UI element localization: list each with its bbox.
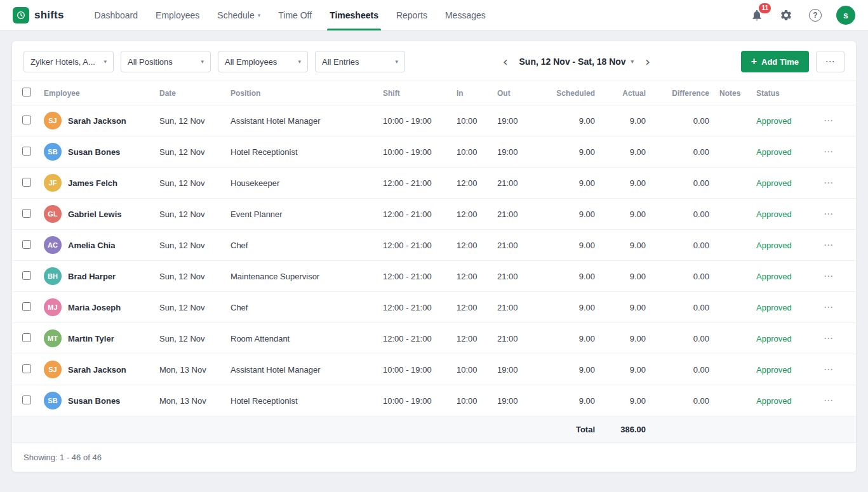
row-actions-button[interactable]: ⋯ [824, 115, 834, 126]
table-row[interactable]: SBSusan BonesSun, 12 NovHotel Receptioni… [12, 136, 857, 168]
chevron-down-icon: ▾ [103, 58, 107, 65]
location-filter[interactable]: Zylker Hotels, A... ▾ [23, 51, 114, 72]
row-checkbox[interactable] [22, 271, 31, 280]
employee-name: Brad Harper [68, 272, 116, 281]
date-range-label: Sun, 12 Nov - Sat, 18 Nov [519, 57, 626, 67]
column-header-date[interactable]: Date [154, 81, 225, 105]
column-header-position[interactable]: Position [225, 81, 378, 105]
nav-item-timesheets[interactable]: Timesheets [321, 0, 387, 30]
date-range-selector[interactable]: Sun, 12 Nov - Sat, 18 Nov ▾ [519, 57, 634, 67]
row-actions-button[interactable]: ⋯ [824, 146, 834, 157]
row-actions-button[interactable]: ⋯ [824, 364, 834, 375]
column-header-actual[interactable]: Actual [600, 81, 651, 105]
table-row[interactable]: BHBrad HarperSun, 12 NovMaintenance Supe… [12, 261, 857, 292]
table-row[interactable]: ACAmelia ChiaSun, 12 NovChef12:00 - 21:0… [12, 230, 857, 261]
total-value: 386.00 [600, 416, 651, 443]
shift-cell: 12:00 - 21:00 [378, 168, 451, 199]
employees-filter[interactable]: All Employees ▾ [218, 51, 308, 72]
column-header-actions [818, 81, 857, 105]
nav-right-icons: 11 ? s [749, 6, 855, 25]
row-checkbox[interactable] [22, 396, 31, 404]
avatar: MT [44, 329, 62, 347]
top-nav: shifts DashboardEmployeesSchedule▾Time O… [0, 0, 868, 30]
help-button[interactable]: ? [807, 7, 824, 23]
prev-week-button[interactable]: ‹ [499, 55, 512, 69]
table-row[interactable]: SBSusan BonesMon, 13 NovHotel Receptioni… [12, 385, 857, 416]
table-header-row: EmployeeDatePositionShiftInOutScheduledA… [12, 81, 857, 105]
select-all-checkbox[interactable] [22, 88, 31, 96]
table-row[interactable]: JFJames FelchSun, 12 NovHousekeeper12:00… [12, 168, 857, 199]
row-checkbox[interactable] [22, 240, 31, 249]
employees-filter-value: All Employees [225, 57, 277, 67]
table-row[interactable]: SJSarah JacksonSun, 12 NovAssistant Hote… [12, 105, 857, 136]
difference-cell: 0.00 [651, 261, 714, 292]
total-label: Total [542, 416, 600, 443]
row-checkbox[interactable] [22, 333, 31, 342]
row-actions-button[interactable]: ⋯ [824, 239, 834, 251]
column-header-employee[interactable]: Employee [39, 81, 154, 105]
column-header-shift[interactable]: Shift [378, 81, 451, 105]
total-empty-cell [451, 416, 492, 443]
actual-cell: 9.00 [600, 354, 651, 385]
date-cell: Sun, 12 Nov [154, 136, 225, 168]
next-week-button[interactable]: › [641, 55, 654, 69]
row-actions-button[interactable]: ⋯ [824, 270, 834, 282]
add-time-button[interactable]: + Add Time [741, 51, 809, 72]
actual-cell: 9.00 [600, 136, 651, 168]
row-checkbox[interactable] [22, 364, 31, 373]
nav-item-reports[interactable]: Reports [387, 0, 436, 30]
row-actions-button[interactable]: ⋯ [824, 333, 834, 344]
row-actions-button[interactable]: ⋯ [824, 177, 834, 189]
column-header-notes[interactable]: Notes [714, 81, 751, 105]
brand-logo[interactable]: shifts [13, 7, 64, 23]
column-header-out[interactable]: Out [492, 81, 542, 105]
column-header-status[interactable]: Status [751, 81, 818, 105]
row-checkbox[interactable] [22, 116, 31, 124]
nav-item-schedule[interactable]: Schedule▾ [208, 0, 269, 30]
in-cell: 12:00 [451, 168, 492, 199]
difference-cell: 0.00 [651, 168, 714, 199]
positions-filter[interactable]: All Positions ▾ [121, 51, 211, 72]
row-checkbox[interactable] [22, 209, 31, 218]
chevron-down-icon: ▾ [631, 58, 634, 65]
date-cell: Sun, 12 Nov [154, 230, 225, 261]
position-cell: Room Attendant [225, 323, 378, 354]
position-cell: Housekeeper [225, 168, 378, 199]
nav-item-employees[interactable]: Employees [147, 0, 208, 30]
actual-cell: 9.00 [600, 385, 651, 416]
status-cell: Approved [751, 385, 818, 416]
row-actions-button[interactable]: ⋯ [824, 302, 834, 313]
row-checkbox[interactable] [22, 147, 31, 156]
employee-name: James Felch [68, 178, 117, 188]
user-avatar[interactable]: s [836, 6, 855, 25]
column-header-scheduled[interactable]: Scheduled [542, 81, 600, 105]
column-header-in[interactable]: In [451, 81, 492, 105]
total-empty-cell [818, 416, 857, 443]
employee-wrap: JFJames Felch [44, 174, 149, 192]
table-row[interactable]: MJMaria JosephSun, 12 NovChef12:00 - 21:… [12, 292, 857, 323]
nav-item-messages[interactable]: Messages [436, 0, 495, 30]
row-checkbox[interactable] [22, 178, 31, 187]
entries-filter[interactable]: All Entries ▾ [315, 51, 405, 72]
out-cell: 21:00 [492, 230, 542, 261]
table-row[interactable]: SJSarah JacksonMon, 13 NovAssistant Hote… [12, 354, 857, 385]
table-row[interactable]: GLGabriel LewisSun, 12 NovEvent Planner1… [12, 199, 857, 230]
out-cell: 19:00 [492, 105, 542, 136]
actual-cell: 9.00 [600, 292, 651, 323]
nav-item-dashboard[interactable]: Dashboard [86, 0, 147, 30]
row-actions-button[interactable]: ⋯ [824, 395, 834, 406]
nav-item-time-off[interactable]: Time Off [269, 0, 321, 30]
location-filter-value: Zylker Hotels, A... [30, 57, 95, 67]
notifications-button[interactable]: 11 [749, 7, 765, 23]
status-badge: Approved [756, 241, 792, 250]
employee-name: Susan Bones [68, 396, 120, 406]
column-header-difference[interactable]: Difference [651, 81, 714, 105]
in-cell: 10:00 [451, 105, 492, 136]
row-actions-button[interactable]: ⋯ [824, 208, 834, 220]
settings-button[interactable] [778, 7, 794, 23]
more-options-button[interactable]: ⋯ [816, 51, 845, 72]
status-badge: Approved [756, 116, 792, 126]
date-cell: Sun, 12 Nov [154, 292, 225, 323]
table-row[interactable]: MTMartin TylerSun, 12 NovRoom Attendant1… [12, 323, 857, 354]
row-checkbox[interactable] [22, 302, 31, 311]
